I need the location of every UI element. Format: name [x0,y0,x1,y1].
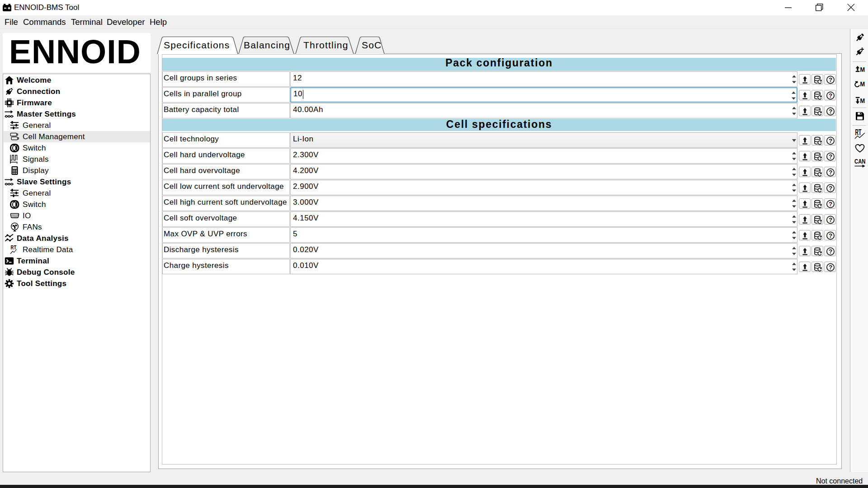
svg-text:?: ? [829,216,832,223]
svg-text:?: ? [829,248,832,255]
svg-text:?: ? [829,108,832,115]
svg-text:M: M [860,66,865,73]
svg-text:?: ? [829,185,832,192]
svg-text:?: ? [829,264,832,271]
svg-text:?: ? [829,92,832,99]
svg-text:?: ? [829,153,832,160]
svg-text:RT: RT [11,245,17,250]
svg-text:RT: RT [855,129,862,137]
svg-text:M: M [860,80,865,88]
svg-text:?: ? [829,76,832,83]
svg-text:?: ? [829,232,832,239]
svg-text:?: ? [829,137,832,144]
svg-text:M: M [860,97,865,104]
svg-text:CAN: CAN [854,158,865,165]
svg-text:?: ? [829,169,832,176]
svg-text:?: ? [829,201,832,207]
